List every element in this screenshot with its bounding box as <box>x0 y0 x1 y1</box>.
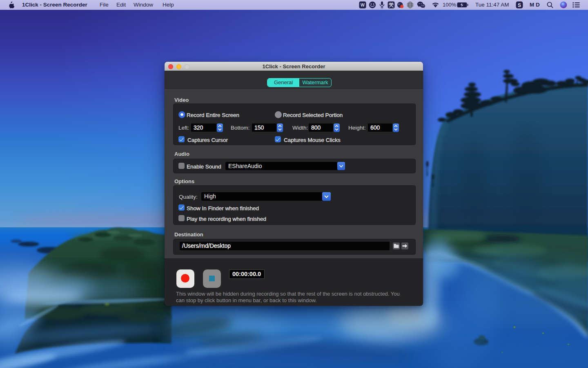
svg-text:S: S <box>518 2 521 8</box>
svg-text:W: W <box>361 2 365 7</box>
